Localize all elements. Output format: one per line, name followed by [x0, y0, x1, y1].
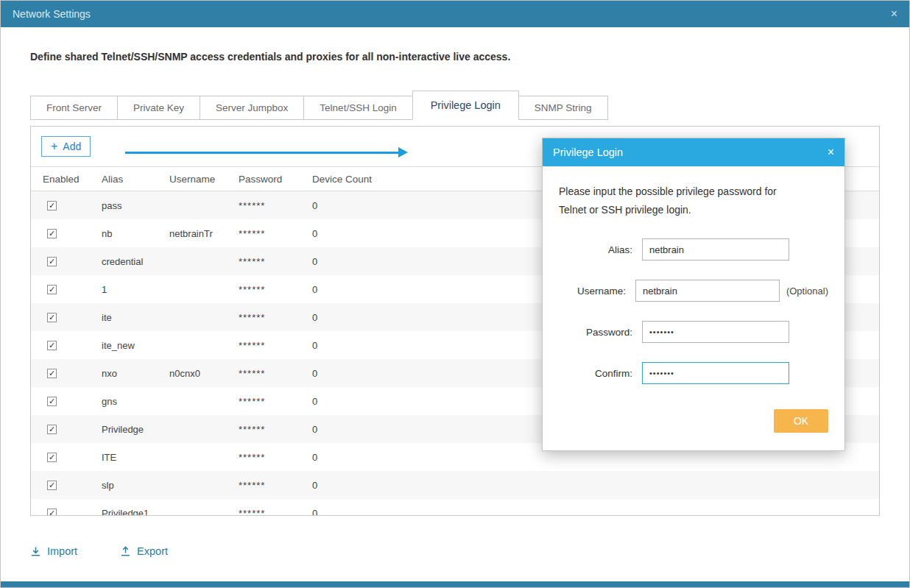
enabled-checkbox[interactable]: [47, 313, 57, 322]
tab-strip: Front Server Private Key Server Jumpbox …: [30, 89, 880, 120]
alias-cell: slp: [102, 480, 169, 491]
enabled-checkbox[interactable]: [47, 201, 57, 210]
import-link[interactable]: Import: [30, 545, 77, 557]
modal-field: Confirm:: [559, 362, 828, 384]
window-bottom-strip: [1, 581, 909, 587]
ok-button[interactable]: OK: [774, 409, 828, 433]
alias-cell: Priviledge: [102, 424, 169, 435]
password-cell: ******: [239, 452, 312, 463]
add-button[interactable]: + Add: [41, 136, 91, 157]
window-titlebar: Network Settings ×: [1, 1, 909, 27]
enabled-checkbox[interactable]: [47, 425, 57, 434]
alias-cell: nxo: [102, 368, 169, 379]
export-link[interactable]: Export: [120, 545, 168, 557]
password-cell: ******: [239, 480, 312, 491]
alias-cell: credential: [102, 256, 169, 267]
device-count-cell: 0: [312, 452, 879, 463]
tab[interactable]: SNMP String: [518, 96, 608, 120]
password-cell: ******: [239, 508, 312, 517]
export-icon: [120, 546, 131, 557]
password-cell: ******: [239, 284, 312, 295]
enabled-cell: [43, 341, 102, 350]
enabled-cell: [43, 397, 102, 406]
tab-label: Telnet/SSH Login: [320, 102, 396, 113]
export-label: Export: [137, 545, 168, 557]
add-button-label: Add: [63, 141, 81, 152]
import-label: Import: [47, 545, 77, 557]
enabled-checkbox[interactable]: [47, 481, 57, 490]
field-input[interactable]: [642, 321, 789, 343]
privilege-login-modal: Privilege Login × Please input the possi…: [542, 138, 845, 451]
tab[interactable]: Server Jumpbox: [200, 96, 304, 120]
alias-cell: pass: [102, 200, 169, 211]
alias-cell: ite_new: [102, 340, 169, 351]
enabled-cell: [43, 285, 102, 294]
password-cell: ******: [239, 228, 312, 239]
tab-label: Private Key: [133, 102, 184, 113]
enabled-checkbox[interactable]: [47, 257, 57, 266]
modal-titlebar: Privilege Login ×: [543, 138, 844, 166]
tab-label: Privilege Login: [431, 99, 501, 111]
enabled-checkbox[interactable]: [47, 453, 57, 462]
password-cell: ******: [239, 340, 312, 351]
alias-cell: ite: [102, 312, 169, 323]
table-row[interactable]: slp ****** 0: [31, 471, 879, 499]
annotation-arrow: [125, 152, 399, 154]
footer-actions: Import Export: [30, 545, 909, 557]
password-cell: ******: [239, 368, 312, 379]
modal-body: Please input the possible privilege pass…: [543, 166, 844, 450]
password-cell: ******: [239, 396, 312, 407]
network-settings-window: Network Settings × Define shared Telnet/…: [0, 0, 910, 588]
password-cell: ******: [239, 200, 312, 211]
device-count-cell: 0: [312, 508, 879, 517]
field-input[interactable]: [642, 362, 789, 384]
modal-button-row: OK: [559, 409, 828, 433]
plus-icon: +: [51, 141, 57, 152]
modal-message: Please input the possible privilege pass…: [559, 183, 828, 219]
column-header: Password: [239, 174, 312, 185]
column-header: Alias: [102, 174, 169, 185]
window-title: Network Settings: [13, 8, 91, 20]
field-input[interactable]: [642, 238, 789, 261]
tab[interactable]: Privilege Login: [412, 91, 519, 120]
alias-cell: nb: [102, 228, 169, 239]
field-input[interactable]: [635, 280, 780, 302]
alias-cell: ITE: [102, 452, 169, 463]
tab-label: Front Server: [46, 102, 102, 113]
tab[interactable]: Front Server: [30, 96, 118, 120]
enabled-cell: [43, 453, 102, 462]
enabled-cell: [43, 509, 102, 517]
modal-fields: Alias: Username: (Optional) Password: Co…: [559, 238, 828, 384]
enabled-checkbox[interactable]: [47, 229, 57, 238]
modal-close-icon[interactable]: ×: [828, 146, 834, 158]
enabled-cell: [43, 313, 102, 322]
enabled-checkbox[interactable]: [47, 369, 57, 378]
enabled-cell: [43, 481, 102, 490]
enabled-checkbox[interactable]: [47, 341, 57, 350]
field-label: Password:: [559, 327, 632, 338]
password-cell: ******: [239, 312, 312, 323]
field-label: Alias:: [559, 244, 632, 255]
modal-field: Username: (Optional): [559, 280, 828, 302]
tab[interactable]: Telnet/SSH Login: [303, 96, 412, 120]
enabled-checkbox[interactable]: [47, 509, 57, 517]
table-row[interactable]: Priviledge1 ****** 0: [31, 499, 879, 516]
tab[interactable]: Private Key: [117, 96, 200, 120]
enabled-cell: [43, 369, 102, 378]
modal-title: Privilege Login: [553, 146, 623, 158]
enabled-checkbox[interactable]: [47, 285, 57, 294]
tab-label: Server Jumpbox: [216, 102, 288, 113]
alias-cell: gns: [102, 396, 169, 407]
column-header: Enabled: [43, 174, 102, 185]
enabled-cell: [43, 229, 102, 238]
username-cell: netbrainTr: [169, 228, 239, 239]
username-cell: n0cnx0: [169, 368, 239, 379]
enabled-checkbox[interactable]: [47, 397, 57, 406]
window-close-icon[interactable]: ×: [891, 8, 897, 20]
modal-field: Password:: [559, 321, 828, 343]
column-header: Username: [169, 174, 239, 185]
alias-cell: 1: [102, 284, 169, 295]
device-count-cell: 0: [312, 480, 879, 491]
import-icon: [30, 546, 41, 557]
modal-field: Alias:: [559, 238, 828, 261]
